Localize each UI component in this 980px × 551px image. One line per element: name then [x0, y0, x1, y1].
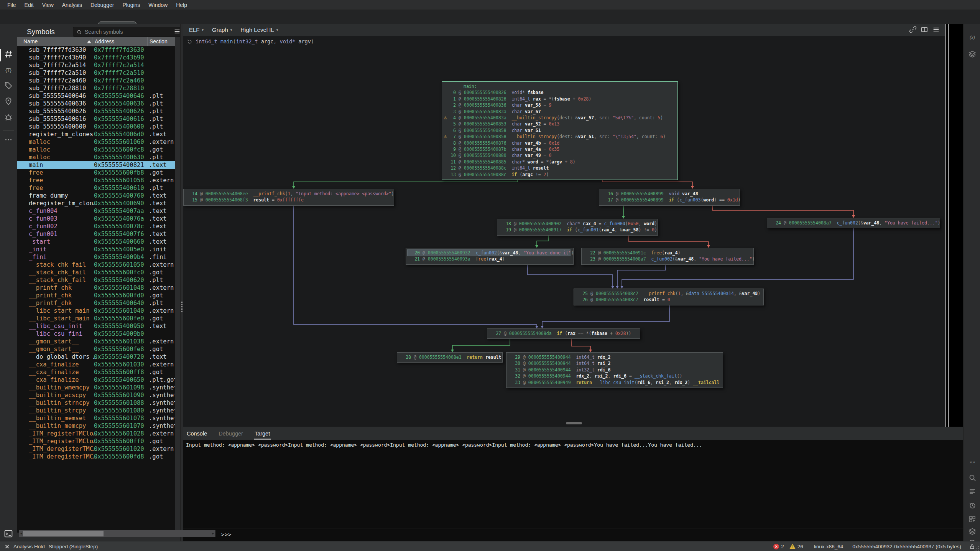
il-line[interactable]: 2 @ 0000555555400836 char var_58 = 9 [444, 102, 674, 108]
view-options-button[interactable] [932, 26, 940, 33]
symbol-row[interactable]: sub_7ffff7c2a5140x7ffff7c2a514 [17, 61, 175, 69]
basic-block-b20[interactable]: 20 @ 0000555555400932 c_fun002(&var_48, … [406, 248, 574, 265]
il-line[interactable]: ⚠4 @ 000055555540083a __builtin_strncpy(… [444, 115, 674, 121]
il-line[interactable]: 12 @ 000055555540088c int64_t result [444, 165, 674, 171]
symbol-row[interactable]: __builtin_strcpy0x555555601080.syntheti… [17, 407, 175, 414]
sidebar-item-log[interactable] [967, 487, 977, 496]
symbol-row[interactable]: __gmon_start__0x555555601038.extern [17, 338, 175, 345]
il-line[interactable]: 27 @ 00005555554008da if (rax == *(fsbas… [489, 330, 637, 337]
symbol-row[interactable]: register_tm_clones0x5555554006d0.text [17, 130, 175, 138]
il-line[interactable]: 31 @ 0000555555400944 int32_t rdi_6 [508, 367, 720, 373]
symbol-row[interactable]: __libc_start_main0x555555601040.extern [17, 307, 175, 315]
il-line[interactable]: 10 @ 0000555555400880 char var_49 = 0 [444, 152, 674, 158]
sidebar-item-types[interactable]: {T} [3, 65, 13, 75]
graph-hscrollbar-thumb[interactable] [566, 422, 582, 424]
sidebar-item-find[interactable] [967, 473, 977, 482]
basic-block-b18[interactable]: 18 @ 0000555555400902 char* rax_4 = c_fu… [497, 219, 658, 236]
il-line[interactable]: 17 @ 0000555555400899 if (c_fun003(word)… [601, 197, 737, 203]
menu-item-window[interactable]: Window [144, 2, 172, 8]
symbol-row[interactable]: _fini0x5555554009b4.fini [17, 253, 175, 261]
basic-block-b24[interactable]: 24 @ 00005555554008a7 c_fun002(&var_48, … [767, 218, 940, 228]
il-line[interactable]: 29 @ 0000555555400944 int64_t rdx_2 [508, 354, 720, 360]
il-line[interactable]: 14 @ 00005555554008ee __printf_chk(1, "I… [185, 191, 391, 197]
symbol-row[interactable]: _ITM_registerTMClo…0x555555601028.extern [17, 430, 175, 437]
symbol-row[interactable]: sub_5555554006160x555555400616.plt [17, 115, 175, 123]
symbol-row[interactable]: _ITM_deregisterTMC…0x555555601020.extern [17, 445, 175, 453]
view-selector-high-level-il[interactable]: High Level IL▾ [237, 26, 281, 33]
il-line[interactable]: 16 @ 0000555555400899 void var_48 [601, 191, 737, 197]
il-line[interactable]: 11 @ 0000555555400885 char* word = *(arg… [444, 159, 674, 165]
hscrollbar-thumb[interactable] [23, 531, 104, 536]
sidebar-item-mini-graph[interactable] [967, 526, 977, 536]
symbol-row[interactable]: sub_5555554006360x555555400636.plt [17, 100, 175, 107]
sidebar-item-stack-view[interactable] [967, 49, 977, 59]
symbol-row[interactable]: malloc0x555555600fc8.got [17, 146, 175, 153]
symbol-row[interactable]: sub_5555554006000x555555400600.plt [17, 123, 175, 130]
il-line[interactable]: 1 @ 0000555555400826 int64_t rax = *(fsb… [444, 96, 674, 102]
warning-badge[interactable]: 26 [789, 544, 803, 549]
scroll-left-arrow-icon[interactable]: ◂ [20, 531, 22, 535]
symbol-row[interactable]: free0x555555600fb8.got [17, 169, 175, 177]
feature-map[interactable] [945, 24, 963, 427]
symbol-row[interactable]: sub_7ffff7fd36300x7ffff7fd3630 [17, 46, 175, 54]
view-selector-elf[interactable]: ELF▾ [186, 26, 207, 33]
il-line[interactable]: 19 @ 0000555555400917 if (c_fun001(rax_4… [499, 227, 654, 233]
il-line[interactable]: 22 @ 000055555540091c free(rax_4) [583, 250, 750, 256]
resize-grip[interactable] [974, 545, 979, 551]
symbol-row[interactable]: c_fun0040x5555554007aa.text [17, 207, 175, 215]
symbol-row[interactable]: __builtin_strncpy0x555555601088.syntheti… [17, 399, 175, 407]
column-header-section[interactable]: Section [150, 38, 168, 45]
split-view-button[interactable] [921, 26, 928, 33]
graph-view[interactable]: int64_t main(int32_t argc, void* argv) m… [183, 36, 945, 427]
basic-block-b27[interactable]: 27 @ 00005555554008da if (rax == *(fsbas… [487, 328, 640, 339]
sidebar-item-cross-references[interactable]: ”” [967, 459, 977, 469]
il-line[interactable]: 9 @ 000055555540087b char var_4a = 0x35 [444, 146, 674, 152]
symbol-row[interactable]: __cxa_finalize0x555555600ff8.got [17, 368, 175, 376]
sidebar-item-variables[interactable]: (x) [967, 32, 977, 42]
symbol-row[interactable]: __stack_chk_fail0x555555601050.extern [17, 261, 175, 269]
basic-block-b28[interactable]: 28 @ 00005555554008e1 return result [397, 352, 503, 363]
symbol-row[interactable]: sub_7ffff7c2a5100x7ffff7c2a510 [17, 69, 175, 77]
symbol-row[interactable]: __gmon_start__0x555555600fe8.got [17, 345, 175, 353]
symbol-row[interactable]: main0x555555400821.text [17, 161, 175, 169]
symbols-search-input[interactable]: Search symbols [73, 27, 185, 37]
analysis-indicator-icon[interactable] [5, 544, 10, 549]
symbol-row[interactable]: __printf_chk0x555555400640.plt [17, 299, 175, 307]
symbol-row[interactable]: sub_5555554006460x555555400646.plt [17, 92, 175, 100]
menu-item-file[interactable]: File [3, 2, 20, 8]
il-line[interactable]: 24 @ 00005555554008a7 c_fun002(&var_48, … [769, 220, 937, 226]
symbol-row[interactable]: __builtin_memset0x555555601078.syntheti… [17, 414, 175, 422]
platform-label[interactable]: linux-x86_64 [814, 544, 844, 549]
sidebar-item-more-panels[interactable] [3, 135, 13, 145]
symbol-row[interactable]: _start0x555555400660.text [17, 238, 175, 246]
basic-block-b25[interactable]: 25 @ 00005555554008c2 __printf_chk(1, &d… [574, 289, 764, 305]
menu-item-view[interactable]: View [38, 2, 58, 8]
menu-item-plugins[interactable]: Plugins [118, 2, 144, 8]
basic-block-b14[interactable]: 14 @ 00005555554008ee __printf_chk(1, "I… [183, 189, 394, 206]
column-header-address[interactable]: Address [95, 38, 114, 45]
menu-item-help[interactable]: Help [172, 2, 191, 8]
symbol-row[interactable]: c_fun0030x55555540076a.text [17, 215, 175, 223]
console-tab-debugger[interactable]: Debugger [218, 431, 244, 440]
symbol-row[interactable]: c_fun0020x55555540078c.text [17, 223, 175, 230]
il-line[interactable]: 8 @ 0000555555400876 char var_4b = 0x1d [444, 140, 674, 146]
symbol-row[interactable]: __cxa_finalize0x555555601030.extern [17, 361, 175, 368]
symbols-hscrollbar[interactable]: ◂ ▸ [19, 530, 215, 537]
sidebar-item-memory-map[interactable] [967, 514, 977, 524]
reanalyze-icon[interactable] [187, 39, 192, 45]
symbol-row[interactable]: __stack_chk_fail0x555555600fc0.got [17, 269, 175, 276]
symbol-row[interactable]: __printf_chk0x555555600fd0.got [17, 292, 175, 299]
console-input[interactable]: >>> [183, 528, 963, 541]
console-tab-console[interactable]: Console [186, 431, 208, 440]
column-header-name[interactable]: Name [23, 38, 38, 45]
basic-block-entry[interactable]: main: 0 @ 0000555555400826 void* fsbase … [442, 81, 678, 180]
symbols-table-header[interactable]: Name Address Section [17, 37, 175, 47]
menu-item-edit[interactable]: Edit [20, 2, 38, 8]
il-line[interactable]: 18 @ 0000555555400902 char* rax_4 = c_fu… [499, 221, 654, 227]
symbol-row[interactable]: __libc_start_main0x555555600fe0.got [17, 315, 175, 322]
scroll-right-arrow-icon[interactable]: ▸ [212, 531, 214, 535]
menu-item-analysis[interactable]: Analysis [58, 2, 86, 8]
symbol-row[interactable]: malloc0x555555400630.plt [17, 153, 175, 161]
sidebar-item-symbols[interactable] [3, 49, 13, 59]
symbol-row[interactable]: __stack_chk_fail0x555555400620.plt [17, 276, 175, 284]
